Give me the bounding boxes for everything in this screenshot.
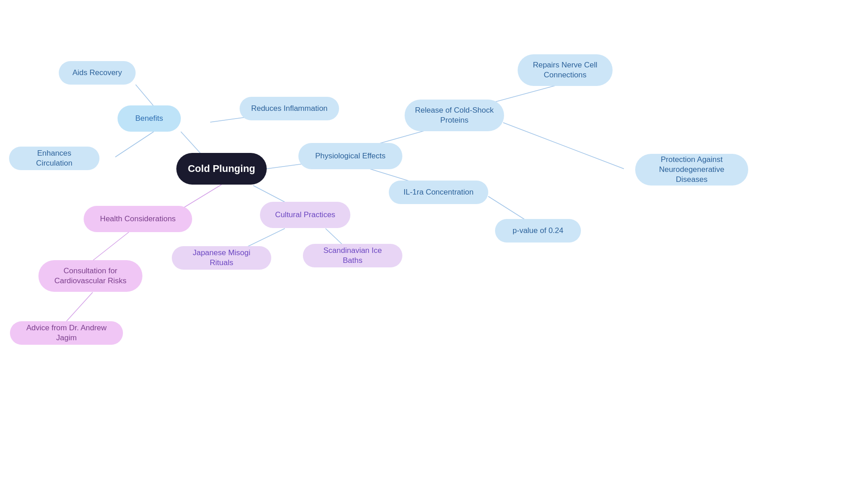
reduces-inflammation-node: Reduces Inflammation xyxy=(240,97,339,120)
advice-node: Advice from Dr. Andrew Jagim xyxy=(10,321,123,345)
misogi-node: Japanese Misogi Rituals xyxy=(172,246,271,270)
aids-recovery-node: Aids Recovery xyxy=(59,61,136,85)
cardio-risks-node: Consultation for Cardiovascular Risks xyxy=(38,260,142,292)
svg-line-14 xyxy=(93,232,129,261)
center-node: Cold Plunging xyxy=(176,153,267,185)
cultural-practices-node: Cultural Practices xyxy=(260,202,350,228)
physiological-effects-node: Physiological Effects xyxy=(298,143,402,169)
health-considerations-node: Health Considerations xyxy=(84,206,192,232)
repairs-nerve-node: Repairs Nerve Cell Connections xyxy=(518,54,613,86)
benefits-node: Benefits xyxy=(118,105,181,132)
svg-line-7 xyxy=(503,123,624,169)
il1ra-node: IL-1ra Concentration xyxy=(389,181,488,204)
cold-shock-node: Release of Cold-Shock Proteins xyxy=(405,100,504,131)
neuro-protection-node: Protection Against Neurodegenerative Dis… xyxy=(635,154,748,186)
svg-line-15 xyxy=(66,292,93,321)
enhances-circulation-node: Enhances Circulation xyxy=(9,147,99,170)
pvalue-node: p-value of 0.24 xyxy=(495,219,581,243)
ice-baths-node: Scandinavian Ice Baths xyxy=(303,244,402,267)
svg-line-2 xyxy=(115,132,154,157)
